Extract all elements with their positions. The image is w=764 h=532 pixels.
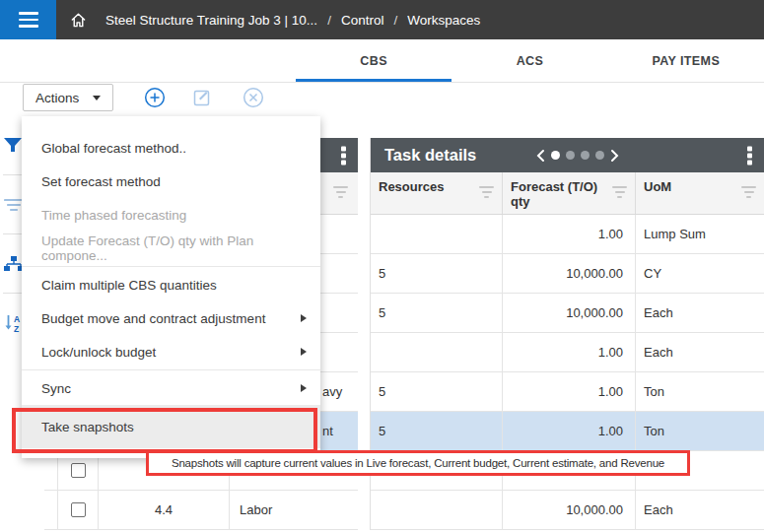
actions-button-label: Actions [35,91,79,105]
table-row[interactable]: 4.4 Labor [44,491,358,530]
row-checkbox[interactable] [71,502,86,517]
submenu-arrow-icon [301,384,307,392]
breadcrumb-workspaces[interactable]: Workspaces [407,13,480,28]
menu-item-global-forecast-method[interactable]: Global forecast method.. [22,131,320,165]
breadcrumb: Steel Structure Training Job 3 | 10... /… [105,13,480,28]
forecast-qty-cell[interactable]: 10,000.00 [503,491,636,529]
filter-funnel-icon [4,138,22,153]
menu-item-budget-move[interactable]: Budget move and contract adjustment [22,301,320,335]
table-row[interactable]: 5 10,000.00 Each [371,294,764,333]
forecast-qty-cell[interactable]: 1.00 [503,412,636,450]
breadcrumb-separator: / [393,13,397,28]
menu-item-claim-multiple-cbs-quantities[interactable]: Claim multiple CBS quantities [22,268,320,301]
forecast-qty-cell[interactable]: 10,000.00 [503,294,636,332]
menu-item-update-forecast-qty[interactable]: Update Forecast (T/O) qty with Plan comp… [22,232,320,265]
uom-cell[interactable]: Each [636,294,764,332]
table-row[interactable]: 5 1.00 Ton [371,372,764,412]
menu-item-sync[interactable]: Sync [22,371,320,405]
delete-button[interactable] [243,87,264,108]
description-cell[interactable]: Labor [230,491,358,529]
menu-item-take-snapshots[interactable]: Take snapshots [22,405,320,448]
table-row[interactable]: 10,000.00 Each [371,491,764,530]
resources-cell[interactable]: 5 [371,254,503,293]
resources-cell[interactable] [371,491,503,529]
tab-acs[interactable]: ACS [451,39,607,82]
actions-dropdown-menu: Global forecast method.. Set forecast me… [22,116,320,458]
pager-dot[interactable] [581,151,590,160]
panel-title: Task details [371,146,476,165]
edit-button[interactable] [191,87,213,108]
sort-az-icon: A Z [4,313,24,332]
close-circle-icon [243,87,264,108]
column-header-resources[interactable]: Resources [371,172,503,214]
panel-pager [536,138,619,172]
row-checkbox[interactable] [71,463,86,478]
resources-cell[interactable]: 5 [371,294,503,332]
forecast-qty-cell[interactable]: 1.00 [503,372,636,411]
uom-cell[interactable]: Each [636,333,764,371]
description-text-fragment: nt [322,412,333,450]
tab-bar: CBS ACS PAY ITEMS [0,39,764,83]
table-row-selected[interactable]: 5 1.00 Ton [371,412,764,451]
uom-cell[interactable]: Ton [636,412,764,450]
pager-dot[interactable] [595,151,604,160]
actions-button[interactable]: Actions [23,84,113,111]
hamburger-icon [19,12,38,27]
filter-lines-icon [4,198,24,212]
chevron-left-icon[interactable] [536,149,545,163]
menu-divider [22,266,320,267]
column-header-forecast-qty[interactable]: Forecast (T/O) qty [503,172,636,214]
top-bar: Steel Structure Training Job 3 | 10... /… [0,0,764,39]
cbs-position-cell[interactable]: 4.4 [99,491,230,529]
hamburger-menu-button[interactable] [0,0,56,39]
uom-cell[interactable]: Each [636,491,764,529]
resources-cell[interactable] [371,333,503,371]
submenu-arrow-icon [301,348,307,356]
menu-item-set-forecast-method[interactable]: Set forecast method [22,165,320,198]
uom-cell[interactable]: CY [636,254,764,293]
kebab-menu-icon[interactable] [747,146,752,165]
description-text-fragment: avy [322,372,342,411]
submenu-arrow-icon [301,314,307,322]
snapshot-tooltip-text: Snapshots will capture current values in… [172,457,664,469]
column-header-uom[interactable]: UoM [636,172,764,214]
menu-item-time-phased-forecasting[interactable]: Time phased forecasting [22,198,320,232]
chevron-right-icon[interactable] [610,149,619,163]
forecast-qty-cell[interactable]: 1.00 [503,215,636,253]
table-row[interactable]: 5 10,000.00 CY [371,254,764,294]
snapshot-tooltip: Snapshots will capture current values in… [146,450,690,476]
uom-cell[interactable]: Ton [636,372,764,411]
tab-pay-items[interactable]: PAY ITEMS [608,39,764,82]
forecast-qty-cell[interactable]: 1.00 [503,333,636,371]
table-row[interactable]: 1.00 Lump Sum [371,215,764,254]
breadcrumb-separator: / [327,13,331,28]
resources-cell[interactable]: 5 [371,372,503,411]
resources-cell[interactable]: 5 [371,412,503,450]
uom-cell[interactable]: Lump Sum [636,215,764,253]
kebab-menu-icon[interactable] [341,146,346,165]
pager-dot-active[interactable] [551,151,560,160]
pager-dot[interactable] [566,151,575,160]
column-filter-icon[interactable] [612,186,627,198]
action-toolbar: Actions [0,83,764,116]
task-details-column-header: Resources Forecast (T/O) qty UoM [371,172,764,215]
home-button[interactable] [56,0,100,39]
hierarchy-icon [4,256,24,272]
menu-item-lock-unlock-budget[interactable]: Lock/unlock budget [22,335,320,368]
add-row-button[interactable] [144,87,166,108]
column-filter-icon[interactable] [741,186,756,198]
breadcrumb-control[interactable]: Control [341,13,384,28]
plus-circle-icon [144,87,166,108]
breadcrumb-project[interactable]: Steel Structure Training Job 3 | 10... [105,13,317,28]
home-icon [69,11,88,29]
resources-cell[interactable] [371,215,503,253]
caret-down-icon [93,96,101,100]
tab-cbs[interactable]: CBS [296,39,451,82]
edit-icon [191,87,213,108]
table-row[interactable]: 1.00 Each [371,333,764,372]
column-filter-icon[interactable] [333,186,348,198]
forecast-qty-cell[interactable]: 10,000.00 [503,254,636,293]
app-window: Steel Structure Training Job 3 | 10... /… [0,0,764,532]
column-filter-icon[interactable] [479,186,494,198]
menu-divider [22,369,320,370]
